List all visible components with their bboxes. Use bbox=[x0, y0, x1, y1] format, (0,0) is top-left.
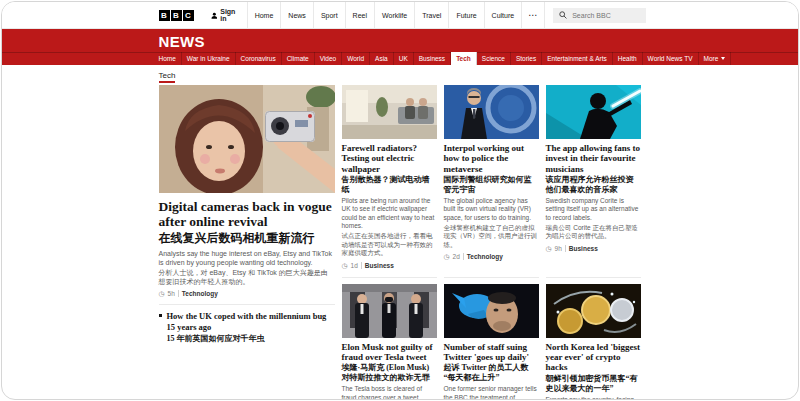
search-input[interactable] bbox=[570, 11, 640, 20]
story-card-interpol: Interpol working out how to police the m… bbox=[444, 85, 539, 269]
article-title-zh[interactable]: 告别散热器？测试电动墙纸 bbox=[342, 175, 437, 195]
topnav-future[interactable]: Future bbox=[448, 2, 483, 28]
article-summary: Analysts say the huge interest on eBay, … bbox=[159, 249, 335, 267]
topnav-worklife[interactable]: Worklife bbox=[374, 2, 414, 28]
subnav-item-health[interactable]: Health bbox=[613, 52, 643, 65]
article-title[interactable]: The app allowing fans to invest in their… bbox=[546, 143, 641, 174]
clock-icon: ◷ bbox=[444, 253, 450, 260]
subnav-item-home[interactable]: Home bbox=[159, 52, 182, 65]
subnav-item-war-in-ukraine[interactable]: War in Ukraine bbox=[182, 52, 236, 65]
article-meta: ◷ 2d Technology bbox=[444, 253, 539, 260]
article-image-crypto-coins[interactable] bbox=[546, 284, 641, 338]
article-title-zh[interactable]: 朝鲜引领加密货币黑客“有史以来最大的一年” bbox=[546, 374, 641, 394]
article-title[interactable]: Number of staff suing Twitter 'goes up d… bbox=[444, 342, 539, 363]
story-card-crypto-hacks: North Korea led 'biggest year ever' of c… bbox=[546, 277, 641, 400]
related-link-zh[interactable]: 15 年前英国如何应对千年虫 bbox=[167, 334, 335, 344]
story-card-electric-wallpaper: Farewell radiators? Testing out electric… bbox=[342, 85, 437, 269]
article-category-link[interactable]: Business bbox=[569, 245, 598, 252]
article-summary-zh: 分析人士说，对 eBay、Etsy 和 TikTok 的巨大兴趣是由想要旧技术的… bbox=[159, 268, 335, 286]
subnav-item-world-news-tv[interactable]: World News TV bbox=[643, 52, 699, 65]
article-title[interactable]: Farewell radiators? Testing out electric… bbox=[342, 143, 437, 174]
article-image-digital-cameras[interactable] bbox=[159, 85, 335, 193]
article-summary-zh: 瑞典公司 Corite 正在将自己塑造为唱片公司的替代品。 bbox=[546, 224, 641, 241]
subnav-item-video[interactable]: Video bbox=[315, 52, 343, 65]
more-menu-icon[interactable]: ⋯ bbox=[521, 2, 544, 28]
subnav-item-stories[interactable]: Stories bbox=[511, 52, 542, 65]
article-category-link[interactable]: Technology bbox=[182, 290, 218, 297]
subnav-item-entertainment-arts[interactable]: Entertainment & Arts bbox=[542, 52, 613, 65]
subnav-item-more[interactable]: More bbox=[699, 52, 732, 65]
article-summary: One former senior manager tells the BBC … bbox=[444, 385, 539, 400]
chevron-down-icon bbox=[721, 57, 725, 60]
bullet-icon bbox=[159, 314, 162, 317]
account-icon bbox=[211, 11, 218, 20]
subnav-item-world[interactable]: World bbox=[342, 52, 370, 65]
article-title-zh[interactable]: 埃隆·马斯克 (Elon Musk) 对特斯拉推文的欺诈无罪 bbox=[342, 363, 437, 383]
topnav-reel[interactable]: Reel bbox=[345, 2, 374, 28]
article-timestamp: 1d bbox=[351, 262, 358, 269]
search-icon bbox=[559, 11, 567, 19]
article-timestamp: 2d bbox=[453, 253, 460, 260]
article-summary-zh: 全球警察机构建立了自己的虚拟现实（VR）空间，供用户进行训练。 bbox=[444, 224, 539, 249]
article-title[interactable]: Digital cameras back in vogue after onli… bbox=[159, 199, 335, 229]
news-title[interactable]: NEWS bbox=[159, 29, 642, 52]
global-nav: Home News Sport Reel Worklife Travel Fut… bbox=[247, 2, 647, 28]
topnav-culture[interactable]: Culture bbox=[484, 2, 522, 28]
news-section-nav: Home War in Ukraine Coronavirus Climate … bbox=[2, 52, 798, 65]
article-category-link[interactable]: Business bbox=[365, 262, 394, 269]
story-card-corite-app: The app allowing fans to invest in their… bbox=[546, 85, 641, 269]
article-image-electric-wallpaper[interactable] bbox=[342, 85, 437, 139]
subnav-item-tech[interactable]: Tech bbox=[451, 52, 477, 65]
bbc-logo-b1: B bbox=[159, 10, 170, 21]
story-card-musk-fraud: Elon Musk not guilty of fraud over Tesla… bbox=[342, 277, 437, 400]
meta-divider bbox=[178, 290, 179, 297]
article-title[interactable]: Elon Musk not guilty of fraud over Tesla… bbox=[342, 342, 437, 363]
related-link[interactable]: How the UK coped with the millennium bug… bbox=[167, 311, 335, 331]
clock-icon: ◷ bbox=[546, 245, 552, 252]
article-image-musician[interactable] bbox=[546, 85, 641, 139]
meta-divider bbox=[463, 253, 464, 260]
topnav-news[interactable]: News bbox=[280, 2, 313, 28]
article-title-zh[interactable]: 该应用程序允许粉丝投资他们最喜欢的音乐家 bbox=[546, 175, 641, 195]
subnav-item-coronavirus[interactable]: Coronavirus bbox=[236, 52, 282, 65]
bbc-logo[interactable]: B B C bbox=[159, 2, 202, 28]
story-card-main: Digital cameras back in vogue after onli… bbox=[159, 85, 335, 400]
article-image-musk-court[interactable] bbox=[342, 284, 437, 338]
section-label-tech[interactable]: Tech bbox=[159, 71, 176, 83]
related-links: How the UK coped with the millennium bug… bbox=[159, 304, 335, 343]
bbc-logo-b2: B bbox=[171, 10, 182, 21]
article-image-musk-twitter[interactable] bbox=[444, 284, 539, 338]
article-meta: ◷ 1d Business bbox=[342, 262, 437, 269]
article-summary: The global police agency has built its o… bbox=[444, 197, 539, 222]
subnav-item-climate[interactable]: Climate bbox=[282, 52, 315, 65]
article-summary: Experts say the country, facing heavy sa… bbox=[546, 396, 641, 400]
subnav-item-asia[interactable]: Asia bbox=[370, 52, 394, 65]
article-summary: The Tesla boss is cleared of fraud charg… bbox=[342, 385, 437, 400]
story-grid: Digital cameras back in vogue after onli… bbox=[159, 85, 642, 400]
subnav-item-uk[interactable]: UK bbox=[394, 52, 414, 65]
article-category-link[interactable]: Technology bbox=[467, 253, 503, 260]
search-box[interactable] bbox=[553, 8, 646, 23]
article-title-zh[interactable]: 国际刑警组织研究如何监管元宇宙 bbox=[444, 175, 539, 195]
subnav-item-science[interactable]: Science bbox=[477, 52, 511, 65]
article-summary-zh: 试点正在英国各地进行，看看电动墙纸是否可以成为一种有效的家庭供暖方式。 bbox=[342, 232, 437, 257]
article-title-zh[interactable]: 在线复兴后数码相机重新流行 bbox=[159, 231, 335, 245]
topnav-sport[interactable]: Sport bbox=[313, 2, 345, 28]
article-title[interactable]: Interpol working out how to police the m… bbox=[444, 143, 539, 174]
article-title[interactable]: North Korea led 'biggest year ever' of c… bbox=[546, 342, 641, 373]
sign-in-button[interactable]: Sign in bbox=[202, 2, 247, 28]
subnav-item-business[interactable]: Business bbox=[414, 52, 451, 65]
article-image-interpol[interactable] bbox=[444, 85, 539, 139]
meta-divider bbox=[361, 262, 362, 269]
article-summary: Pilots are being run around the UK to se… bbox=[342, 197, 437, 231]
news-masthead: NEWS bbox=[2, 29, 798, 52]
article-timestamp: 5h bbox=[168, 290, 175, 297]
meta-divider bbox=[565, 245, 566, 252]
topnav-travel[interactable]: Travel bbox=[414, 2, 448, 28]
clock-icon: ◷ bbox=[342, 262, 348, 269]
article-title-zh[interactable]: 起诉 Twitter 的员工人数“每天都在上升” bbox=[444, 363, 539, 383]
topnav-home[interactable]: Home bbox=[247, 2, 281, 28]
section-label-row: Tech bbox=[159, 71, 642, 80]
sign-in-label: Sign in bbox=[220, 8, 237, 22]
bbc-global-header: B B C Sign in Home News Sport Reel Workl… bbox=[2, 2, 798, 29]
